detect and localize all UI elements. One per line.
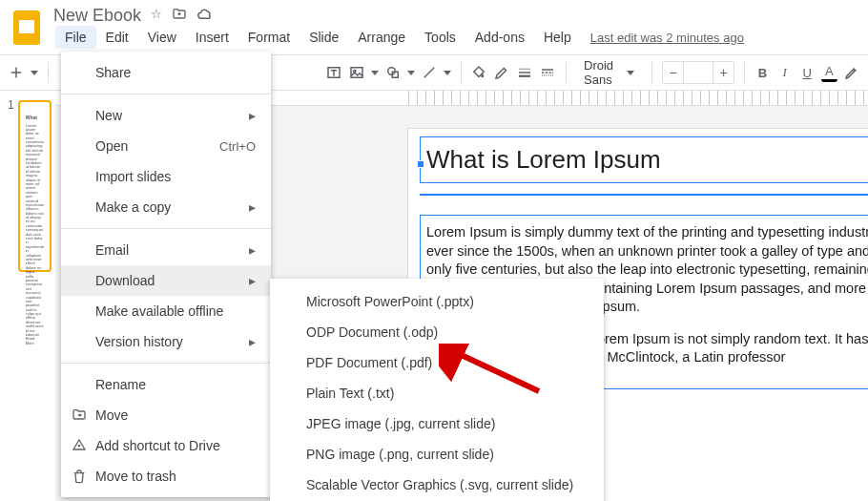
file-version[interactable]: Version history▸ <box>61 326 271 357</box>
download-svg[interactable]: Scalable Vector Graphics (.svg, current … <box>270 470 604 500</box>
font-size-decrease[interactable]: − <box>663 62 684 83</box>
textbox-button[interactable] <box>325 60 342 85</box>
last-edit-link[interactable]: Last edit was 2 minutes ago <box>590 31 744 45</box>
move-folder-icon[interactable] <box>172 7 187 25</box>
menu-file[interactable]: File <box>55 26 96 49</box>
new-slide-button[interactable] <box>8 60 25 85</box>
image-caret[interactable] <box>371 71 379 75</box>
menu-addons[interactable]: Add-ons <box>465 26 534 49</box>
svg-rect-1 <box>19 20 34 33</box>
font-size-stepper[interactable]: − + <box>662 61 734 84</box>
file-email[interactable]: Email▸ <box>61 235 271 265</box>
file-share[interactable]: Share <box>61 57 271 88</box>
menu-slide[interactable]: Slide <box>300 26 348 49</box>
file-import[interactable]: Import slides <box>61 161 271 192</box>
italic-button[interactable]: I <box>776 60 793 85</box>
highlight-button[interactable] <box>843 60 860 85</box>
download-submenu: Microsoft PowerPoint (.pptx) ODP Documen… <box>270 279 604 501</box>
document-title[interactable]: New Ebook <box>53 6 141 26</box>
slides-app-icon[interactable] <box>10 7 44 49</box>
file-shortcut[interactable]: Add shortcut to Drive <box>61 430 271 461</box>
cloud-status-icon[interactable] <box>196 7 214 25</box>
font-size-increase[interactable]: + <box>713 62 734 83</box>
border-weight-button[interactable] <box>516 60 533 85</box>
new-slide-caret[interactable] <box>31 71 38 75</box>
underline-button[interactable]: U <box>798 60 815 85</box>
file-offline[interactable]: Make available offline <box>61 296 271 326</box>
file-menu-popup: Share New▸ OpenCtrl+O Import slides Make… <box>61 52 271 497</box>
shape-button[interactable] <box>384 60 402 85</box>
download-pdf[interactable]: PDF Document (.pdf) <box>270 347 604 378</box>
line-caret[interactable] <box>444 71 451 75</box>
slide-thumbnail-1[interactable]: WhatLorem ipsum dolor sit amet consectet… <box>18 100 52 272</box>
file-move[interactable]: Move <box>61 400 271 430</box>
file-new[interactable]: New▸ <box>61 100 271 131</box>
slide-divider[interactable] <box>420 194 868 196</box>
file-download[interactable]: Download▸ <box>61 265 271 296</box>
menu-view[interactable]: View <box>138 26 186 49</box>
border-color-button[interactable] <box>493 60 510 85</box>
menu-format[interactable]: Format <box>238 26 300 49</box>
shape-caret[interactable] <box>407 71 415 75</box>
star-icon[interactable]: ☆ <box>151 7 162 25</box>
slide-panel: 1 WhatLorem ipsum dolor sit amet consect… <box>0 91 55 501</box>
trash-icon <box>71 468 88 485</box>
menu-insert[interactable]: Insert <box>186 26 238 49</box>
slide-number: 1 <box>8 98 14 112</box>
download-pptx[interactable]: Microsoft PowerPoint (.pptx) <box>270 286 604 317</box>
menu-arrange[interactable]: Arrange <box>348 26 415 49</box>
download-jpg[interactable]: JPEG image (.jpg, current slide) <box>270 408 604 439</box>
font-select[interactable]: Droid Sans <box>576 58 642 87</box>
drive-shortcut-icon <box>71 437 88 454</box>
download-txt[interactable]: Plain Text (.txt) <box>270 378 604 408</box>
fill-color-button[interactable] <box>470 60 487 85</box>
folder-move-icon <box>71 407 88 424</box>
download-odp[interactable]: ODP Document (.odp) <box>270 317 604 347</box>
menu-tools[interactable]: Tools <box>415 26 465 49</box>
menu-help[interactable]: Help <box>534 26 581 49</box>
border-dash-button[interactable] <box>539 60 556 85</box>
bold-button[interactable]: B <box>754 60 771 85</box>
file-copy[interactable]: Make a copy▸ <box>61 192 271 222</box>
text-color-button[interactable]: A <box>821 63 837 82</box>
file-open[interactable]: OpenCtrl+O <box>61 131 271 161</box>
menubar: File Edit View Insert Format Slide Arran… <box>53 26 744 49</box>
file-rename[interactable]: Rename <box>61 369 271 400</box>
font-name: Droid Sans <box>584 58 619 87</box>
menu-edit[interactable]: Edit <box>96 26 138 49</box>
image-button[interactable] <box>348 60 365 85</box>
download-png[interactable]: PNG image (.png, current slide) <box>270 439 604 470</box>
slide-title-box[interactable]: What is Lorem Ipsum <box>420 136 868 183</box>
svg-rect-3 <box>351 68 362 78</box>
slide-title-text: What is Lorem Ipsum <box>426 145 868 175</box>
line-button[interactable] <box>421 60 438 85</box>
file-trash[interactable]: Move to trash <box>61 461 271 491</box>
